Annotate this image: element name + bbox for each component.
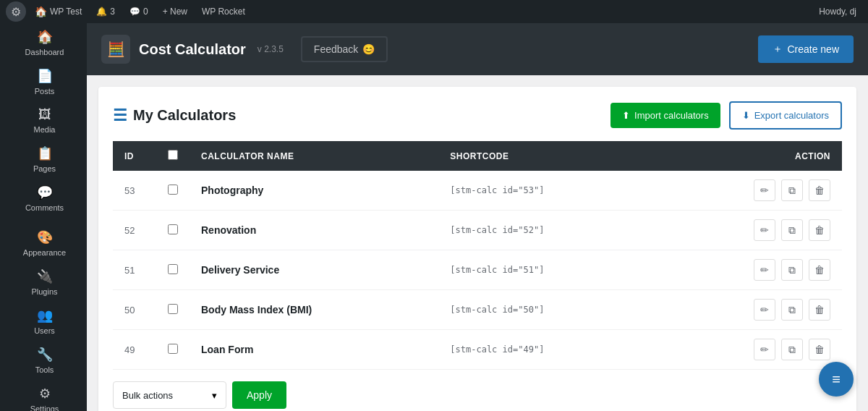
cell-name: Photography bbox=[190, 171, 438, 211]
cell-shortcode: [stm-calc id="50"] bbox=[438, 290, 656, 330]
settings-icon: ⚙ bbox=[39, 386, 51, 402]
duplicate-icon-50[interactable]: ⧉ bbox=[781, 299, 803, 321]
pages-icon: 📋 bbox=[37, 145, 53, 161]
media-icon: 🖼 bbox=[38, 107, 51, 122]
sidebar-item-appearance[interactable]: 🎨 Appearance bbox=[0, 224, 87, 263]
sidebar-item-settings[interactable]: ⚙ Settings bbox=[0, 380, 87, 411]
duplicate-icon-52[interactable]: ⧉ bbox=[781, 219, 803, 241]
table-row: 50 Body Mass Index (BMI) [stm-calc id="5… bbox=[113, 290, 842, 330]
cell-check[interactable] bbox=[156, 250, 190, 290]
cell-action: ✏ ⧉ 🗑 bbox=[657, 171, 843, 211]
admin-bar-updates[interactable]: 🔔 3 bbox=[90, 0, 121, 23]
page-title: ☰ My Calculators bbox=[113, 106, 602, 125]
cell-check[interactable] bbox=[156, 171, 190, 211]
cell-action: ✏ ⧉ 🗑 bbox=[657, 290, 843, 330]
delete-icon-49[interactable]: 🗑 bbox=[809, 339, 830, 360]
plugin-logo: 🧮 bbox=[101, 35, 130, 64]
cell-action: ✏ ⧉ 🗑 bbox=[657, 330, 843, 370]
tools-icon: 🔧 bbox=[37, 347, 53, 363]
cell-id: 51 bbox=[113, 250, 156, 290]
dashboard-icon: 🏠 bbox=[37, 29, 53, 45]
sidebar-item-posts[interactable]: 📄 Posts bbox=[0, 62, 87, 101]
plugin-header: 🧮 Cost Calculator v 2.3.5 Feedback 😊 ＋ C… bbox=[87, 23, 868, 75]
edit-icon-52[interactable]: ✏ bbox=[754, 219, 775, 241]
cell-name: Loan Form bbox=[190, 330, 438, 370]
export-calculators-button[interactable]: ⬇ Export calculators bbox=[729, 101, 842, 130]
delete-icon-53[interactable]: 🗑 bbox=[809, 179, 830, 201]
fab-button[interactable]: ≡ bbox=[819, 362, 854, 397]
sidebar-item-comments[interactable]: 💬 Comments bbox=[0, 179, 87, 218]
table-header-row: ID CALCULATOR NAME SHORTCODE ACTION bbox=[113, 141, 842, 171]
admin-bar-site[interactable]: 🏠 WP Test bbox=[29, 0, 88, 23]
delete-icon-50[interactable]: 🗑 bbox=[809, 299, 830, 321]
sidebar-item-dashboard[interactable]: 🏠 Dashboard bbox=[0, 23, 87, 62]
admin-bar-new[interactable]: + New bbox=[157, 0, 193, 23]
cell-id: 53 bbox=[113, 171, 156, 211]
duplicate-icon-49[interactable]: ⧉ bbox=[781, 339, 803, 360]
col-header-action: ACTION bbox=[657, 141, 843, 171]
sidebar-item-plugins[interactable]: 🔌 Plugins bbox=[0, 263, 87, 302]
sidebar-item-pages[interactable]: 📋 Pages bbox=[0, 140, 87, 179]
col-header-shortcode: SHORTCODE bbox=[438, 141, 656, 171]
plugins-icon: 🔌 bbox=[37, 268, 53, 284]
plugin-version: v 2.3.5 bbox=[258, 44, 284, 54]
admin-bar-howdy: Howdy, dj bbox=[813, 7, 862, 17]
table-row: 49 Loan Form [stm-calc id="49"] ✏ ⧉ 🗑 bbox=[113, 330, 842, 370]
apply-button[interactable]: Apply bbox=[232, 381, 286, 409]
admin-bar: ⚙ 🏠 WP Test 🔔 3 💬 0 + New WP Rocket Howd… bbox=[0, 0, 868, 23]
feedback-button[interactable]: Feedback 😊 bbox=[301, 36, 388, 62]
fab-icon: ≡ bbox=[832, 371, 841, 388]
table-row: 53 Photography [stm-calc id="53"] ✏ ⧉ 🗑 bbox=[113, 171, 842, 211]
updates-icon: 🔔 bbox=[96, 7, 107, 17]
admin-bar-comments[interactable]: 💬 0 bbox=[124, 0, 154, 23]
edit-icon-50[interactable]: ✏ bbox=[754, 299, 775, 321]
edit-icon-49[interactable]: ✏ bbox=[754, 339, 775, 360]
sidebar-item-tools[interactable]: 🔧 Tools bbox=[0, 341, 87, 380]
select-all-checkbox[interactable] bbox=[168, 150, 178, 160]
calculators-table: ID CALCULATOR NAME SHORTCODE ACTION 53 P… bbox=[113, 141, 842, 370]
cell-check[interactable] bbox=[156, 211, 190, 250]
row-checkbox-50[interactable] bbox=[168, 304, 178, 314]
bulk-actions-dropdown-wrapper[interactable]: Bulk actions ▾ bbox=[113, 381, 226, 409]
cell-name: Body Mass Index (BMI) bbox=[190, 290, 438, 330]
cell-shortcode: [stm-calc id="51"] bbox=[438, 250, 656, 290]
row-checkbox-53[interactable] bbox=[168, 185, 178, 195]
wp-logo-icon[interactable]: ⚙ bbox=[6, 1, 26, 22]
cell-id: 52 bbox=[113, 211, 156, 250]
create-new-button[interactable]: ＋ Create new bbox=[758, 35, 854, 63]
bulk-actions-select[interactable]: Bulk actions bbox=[122, 390, 209, 401]
sidebar-item-media[interactable]: 🖼 Media bbox=[0, 101, 87, 140]
col-header-id: ID bbox=[113, 141, 156, 171]
sidebar: 🏠 Dashboard 📄 Posts 🖼 Media 📋 Pages 💬 Co… bbox=[0, 23, 87, 411]
feedback-emoji-icon: 😊 bbox=[362, 43, 375, 55]
bulk-actions-bar: Bulk actions ▾ Apply bbox=[113, 381, 842, 409]
delete-icon-51[interactable]: 🗑 bbox=[809, 259, 830, 281]
duplicate-icon-51[interactable]: ⧉ bbox=[781, 259, 803, 281]
row-checkbox-51[interactable] bbox=[168, 264, 178, 274]
sidebar-item-users[interactable]: 👥 Users bbox=[0, 302, 87, 341]
cell-shortcode: [stm-calc id="49"] bbox=[438, 330, 656, 370]
cell-name: Renovation bbox=[190, 211, 438, 250]
edit-icon-53[interactable]: ✏ bbox=[754, 179, 775, 201]
table-row: 51 Delivery Service [stm-calc id="51"] ✏… bbox=[113, 250, 842, 290]
comments-icon: 💬 bbox=[129, 7, 140, 17]
row-checkbox-52[interactable] bbox=[168, 224, 178, 234]
cell-check[interactable] bbox=[156, 290, 190, 330]
export-icon: ⬇ bbox=[742, 110, 750, 121]
cell-id: 50 bbox=[113, 290, 156, 330]
duplicate-icon-53[interactable]: ⧉ bbox=[781, 179, 803, 201]
posts-icon: 📄 bbox=[37, 68, 53, 84]
edit-icon-51[interactable]: ✏ bbox=[754, 259, 775, 281]
col-header-name: CALCULATOR NAME bbox=[190, 141, 438, 171]
plugin-title: Cost Calculator bbox=[139, 41, 246, 58]
delete-icon-52[interactable]: 🗑 bbox=[809, 219, 830, 241]
cell-check[interactable] bbox=[156, 330, 190, 370]
cell-action: ✏ ⧉ 🗑 bbox=[657, 250, 843, 290]
appearance-icon: 🎨 bbox=[37, 229, 53, 245]
users-icon: 👥 bbox=[37, 308, 53, 323]
import-calculators-button[interactable]: ⬆ Import calculators bbox=[610, 103, 720, 128]
row-checkbox-49[interactable] bbox=[168, 344, 178, 354]
cell-shortcode: [stm-calc id="53"] bbox=[438, 171, 656, 211]
site-icon: 🏠 bbox=[35, 6, 47, 17]
admin-bar-rocket[interactable]: WP Rocket bbox=[196, 0, 251, 23]
